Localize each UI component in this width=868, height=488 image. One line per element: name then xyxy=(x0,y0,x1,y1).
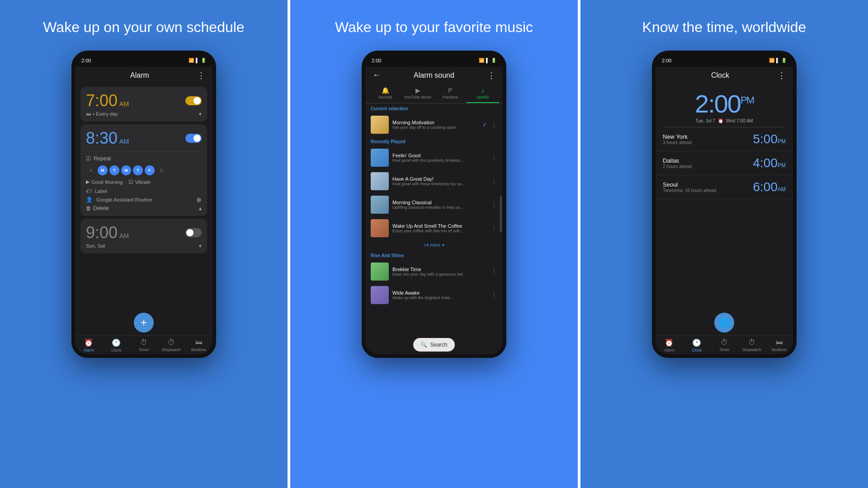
thumb-3 xyxy=(371,196,389,214)
nav-timer-3[interactable]: ⏱ Timer xyxy=(711,338,738,352)
alarm-toggle-2[interactable] xyxy=(185,134,202,143)
day-F[interactable]: F xyxy=(145,165,155,175)
clock-menu-icon[interactable]: ⋮ xyxy=(778,70,786,80)
sound-label: Good Morning xyxy=(91,179,123,185)
music-info-4: Wake Up And Smell The Coffee Enjoy your … xyxy=(392,223,487,233)
add-icon[interactable]: ⊕ xyxy=(196,196,202,203)
music-sub-1: Feel good with this positively timeless.… xyxy=(392,158,487,163)
chevron-up-icon[interactable]: ▴ xyxy=(199,205,202,211)
music-dots-4[interactable]: ⋮ xyxy=(491,225,497,232)
alarm-time-row-3: 9:00AM xyxy=(86,223,202,242)
tab-youtube-label: YouTube Music xyxy=(404,95,431,99)
music-sub-6: Wake up with the brightest indie... xyxy=(392,296,487,300)
thumb-2 xyxy=(371,172,389,190)
delete-label: Delete xyxy=(93,205,109,211)
music-sub-3: Uplifting classical melodies to help yo.… xyxy=(392,205,487,210)
trash-icon: 🗑 xyxy=(86,205,91,211)
alarm-toggle-1[interactable] xyxy=(185,96,202,105)
music-item-6[interactable]: Wide Awake Wake up with the brightest in… xyxy=(365,283,503,307)
status-time-1: 2:00 xyxy=(81,58,91,63)
music-item-1[interactable]: Feelin' Good Feel good with this positiv… xyxy=(365,146,503,169)
alarm-menu-icon[interactable]: ⋮ xyxy=(197,70,205,80)
bedtime-nav-label-1: Bedtime xyxy=(191,347,206,352)
day-W[interactable]: W xyxy=(121,165,131,175)
day-S2[interactable]: S xyxy=(156,165,166,175)
alarm-item-1[interactable]: 7:00AM 🛏 • Every day ▾ xyxy=(80,87,207,122)
tab-sounds[interactable]: 🔔 Sounds xyxy=(369,84,401,103)
nav-stopwatch-3[interactable]: ⏱ Stopwatch xyxy=(738,338,765,352)
nav-clock-1[interactable]: 🕐 Clock xyxy=(103,338,130,352)
music-sub-5: Ease into your day with a generous hel..… xyxy=(392,272,487,277)
sound-option[interactable]: ▶ Good Morning xyxy=(86,179,123,185)
world-clock-list: New York 3 hours ahead 5:00PM Dallas 2 h… xyxy=(656,127,793,310)
music-item-2[interactable]: Have A Great Day! Feel great with these … xyxy=(365,169,503,193)
nav-bedtime-1[interactable]: 🛏 Bedtime xyxy=(185,338,212,352)
alarm-list: 7:00AM 🛏 • Every day ▾ 8:30AM xyxy=(75,84,212,310)
alarm-header: Alarm ⋮ xyxy=(75,67,212,84)
alarm-item-2[interactable]: 8:30AM ☑ Repeat S M T W T xyxy=(80,124,207,216)
wc-item-newyork[interactable]: New York 3 hours ahead 5:00PM xyxy=(656,127,793,151)
music-title-6: Wide Awake xyxy=(392,290,487,296)
wc-time-val-dallas: 4:00 xyxy=(753,156,778,170)
battery-icon: 🔋 xyxy=(201,58,206,63)
assistant-label: Google Assistant Routine xyxy=(96,197,152,202)
assistant-option[interactable]: 👤 Google Assistant Routine ⊕ xyxy=(86,196,202,203)
back-button[interactable]: ← xyxy=(373,70,381,80)
chevron-down-1[interactable]: ▾ xyxy=(199,111,202,117)
nav-clock-3[interactable]: 🕐 Clock xyxy=(683,338,711,352)
timer-nav-icon-3: ⏱ xyxy=(721,338,728,347)
more-row[interactable]: +4 more ▾ xyxy=(365,240,503,250)
nav-alarm-1[interactable]: ⏰ Alarm xyxy=(75,338,103,352)
alarm-toggle-3[interactable] xyxy=(185,228,202,237)
vibrate-option[interactable]: ☑ Vibrate xyxy=(128,179,151,185)
day-S1[interactable]: S xyxy=(86,165,96,175)
stopwatch-nav-label-3: Stopwatch xyxy=(742,347,761,352)
music-dots-6[interactable]: ⋮ xyxy=(491,291,497,299)
music-item-3[interactable]: Morning Classical Uplifting classical me… xyxy=(365,193,503,216)
music-info-2: Have A Great Day! Feel great with these … xyxy=(392,176,487,186)
music-dots-2[interactable]: ⋮ xyxy=(491,178,497,185)
tab-youtube[interactable]: ▶ YouTube Music xyxy=(401,84,434,103)
music-menu-icon[interactable]: ⋮ xyxy=(487,70,495,80)
wc-item-seoul[interactable]: Seoul Tomorrow, 16 hours ahead 6:00AM xyxy=(656,175,793,199)
chevron-down-3[interactable]: ▾ xyxy=(199,243,202,249)
add-alarm-button[interactable]: + xyxy=(134,313,154,333)
search-button[interactable]: 🔍 Search xyxy=(413,338,454,352)
wc-city-seoul: Seoul xyxy=(663,181,716,188)
current-music-item[interactable]: Morning Motivation Get your day off to a… xyxy=(365,113,503,136)
nav-alarm-3[interactable]: ⏰ Alarm xyxy=(656,338,683,352)
nav-stopwatch-1[interactable]: ⏱ Stopwatch xyxy=(157,338,185,352)
status-time-2: 2:00 xyxy=(372,58,381,63)
music-item-5[interactable]: Brekkie Time Ease into your day with a g… xyxy=(365,260,503,283)
thumb-6 xyxy=(371,286,389,304)
bedtime-nav-label-3: Bedtime xyxy=(772,347,787,352)
sleep-icon: 🛏 xyxy=(86,111,91,117)
day-T1[interactable]: T xyxy=(109,165,119,175)
chevron-down-more: ▾ xyxy=(442,243,444,248)
wc-item-dallas[interactable]: Dallas 2 hours ahead 4:00PM xyxy=(656,151,793,175)
day-M[interactable]: M xyxy=(98,165,108,175)
current-music-dots[interactable]: ⋮ xyxy=(491,121,497,128)
music-dots-5[interactable]: ⋮ xyxy=(491,268,497,275)
music-dots-3[interactable]: ⋮ xyxy=(491,201,497,208)
tab-spotify[interactable]: ♪ Spotify xyxy=(467,84,499,103)
clock-date-row: Tue, Jul 7 ⏰ Wed 7:00 AM xyxy=(695,118,753,123)
globe-fab-button[interactable]: 🌐 xyxy=(714,313,734,333)
phone-alarm: 2:00 📶 ▌ 🔋 Alarm ⋮ 7:00AM xyxy=(71,51,216,358)
nav-bedtime-3[interactable]: 🛏 Bedtime xyxy=(765,338,793,352)
tab-pandora[interactable]: P Pandora xyxy=(434,84,467,103)
spotify-icon: ♪ xyxy=(481,87,485,94)
clock-big-time: 2:00PM xyxy=(695,91,754,117)
wc-time-dallas: 4:00PM xyxy=(753,156,786,170)
nav-timer-1[interactable]: ⏱ Timer xyxy=(130,338,158,352)
alarm-time-row-1: 7:00AM xyxy=(86,91,202,110)
bedtime-nav-icon-3: 🛏 xyxy=(776,338,783,347)
delete-option[interactable]: 🗑 Delete xyxy=(86,205,109,211)
label-option[interactable]: 🏷 Label xyxy=(86,188,202,194)
music-item-4[interactable]: Wake Up And Smell The Coffee Enjoy your … xyxy=(365,216,503,240)
music-dots-1[interactable]: ⋮ xyxy=(491,154,497,161)
alarm-item-3[interactable]: 9:00AM Sun, Sat ▾ xyxy=(80,219,207,253)
wc-left-newyork: New York 3 hours ahead xyxy=(663,133,692,145)
signal-icon: ▌ xyxy=(196,58,199,63)
day-T2[interactable]: T xyxy=(133,165,143,175)
